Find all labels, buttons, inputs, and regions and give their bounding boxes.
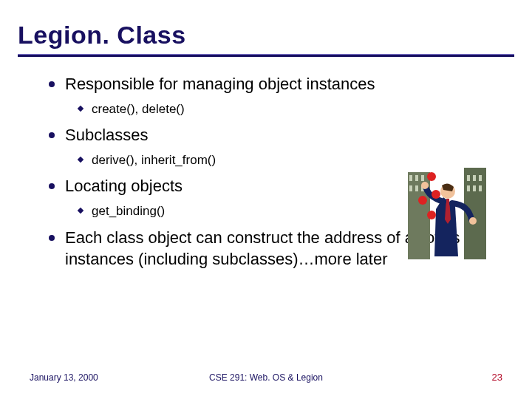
bullet-text: Subclasses (65, 126, 149, 144)
bullet-text: Each class object can construct the addr… (65, 228, 460, 269)
slide-footer: January 13, 2000 CSE 291: Web. OS & Legi… (0, 372, 532, 383)
sub-bullet: derive(), inherit_from() (65, 151, 488, 170)
svg-rect-3 (415, 175, 418, 181)
svg-point-20 (432, 190, 440, 199)
svg-rect-9 (473, 175, 476, 181)
bullet-text: Locating objects (65, 177, 183, 195)
svg-rect-5 (409, 185, 412, 191)
slide: Legion. Class Responsible for managing o… (0, 0, 532, 399)
slide-body: Responsible for managing object instance… (0, 57, 532, 270)
svg-point-16 (469, 217, 477, 225)
sub-bullet: create(), delete() (65, 100, 488, 119)
bullet-item: Subclasses derive(), inherit_from() (44, 124, 488, 169)
businessman-juggling-illustration (406, 168, 488, 264)
footer-date: January 13, 2000 (30, 372, 187, 383)
svg-point-18 (418, 196, 427, 205)
svg-rect-6 (415, 185, 418, 191)
footer-course: CSE 291: Web. OS & Legion (187, 372, 344, 383)
footer-page: 23 (345, 372, 502, 383)
svg-point-15 (421, 182, 429, 189)
svg-rect-2 (409, 175, 412, 181)
bullet-item: Responsible for managing object instance… (44, 73, 488, 118)
svg-rect-11 (467, 185, 470, 191)
svg-point-19 (427, 211, 436, 219)
sub-list: create(), delete() (65, 100, 488, 119)
bullet-text: Responsible for managing object instance… (65, 75, 375, 93)
svg-rect-8 (467, 175, 470, 181)
svg-rect-12 (473, 185, 476, 191)
svg-rect-4 (421, 175, 424, 181)
sub-list: derive(), inherit_from() (65, 151, 488, 170)
svg-rect-10 (479, 175, 482, 181)
slide-title: Legion. Class (0, 0, 532, 51)
svg-rect-13 (479, 185, 482, 191)
svg-point-17 (427, 172, 436, 181)
